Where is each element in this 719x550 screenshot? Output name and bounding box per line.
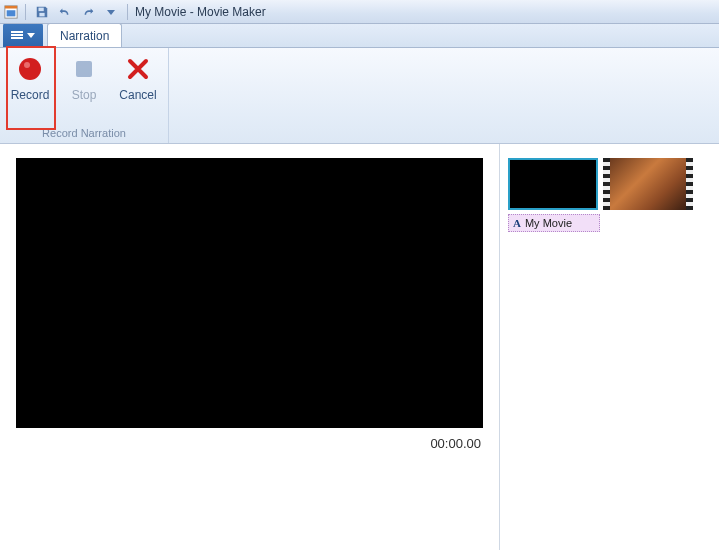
app-icon: [4, 5, 18, 19]
button-label: Cancel: [119, 88, 156, 102]
storyboard-pane: A My Movie: [500, 144, 719, 550]
text-icon: A: [513, 217, 521, 229]
cancel-icon: [123, 54, 153, 84]
undo-button[interactable]: [56, 3, 74, 21]
record-button[interactable]: Record: [8, 54, 52, 127]
ribbon-group-label: Record Narration: [8, 127, 160, 143]
svg-rect-7: [76, 61, 92, 77]
button-label: Record: [11, 88, 50, 102]
record-icon: [15, 54, 45, 84]
preview-pane: 00:00.00: [0, 144, 500, 550]
separator: [127, 4, 128, 20]
window-title: My Movie - Movie Maker: [131, 5, 266, 19]
menu-icon: [11, 31, 23, 39]
time-display: 00:00.00: [16, 428, 483, 451]
ribbon-group-record-narration: Record Stop Cancel Record Narration: [0, 48, 169, 143]
svg-rect-3: [39, 7, 44, 11]
qat-customize-dropdown[interactable]: [102, 3, 120, 21]
file-menu-button[interactable]: [3, 23, 43, 47]
cancel-button[interactable]: Cancel: [116, 54, 160, 127]
clip-row: [508, 158, 711, 210]
title-clip[interactable]: A My Movie: [508, 214, 600, 232]
clip-thumbnail-video[interactable]: [603, 158, 693, 210]
save-button[interactable]: [33, 3, 51, 21]
workspace: 00:00.00 A My Movie: [0, 144, 719, 550]
stop-button: Stop: [62, 54, 106, 127]
redo-button[interactable]: [79, 3, 97, 21]
svg-rect-2: [7, 10, 16, 16]
svg-rect-4: [39, 12, 44, 16]
separator: [25, 4, 26, 20]
stop-icon: [69, 54, 99, 84]
tab-label: Narration: [60, 29, 109, 43]
svg-rect-1: [5, 5, 17, 8]
clip-thumbnail-black[interactable]: [508, 158, 598, 210]
tab-narration[interactable]: Narration: [47, 23, 122, 47]
svg-point-5: [19, 58, 41, 80]
title-clip-label: My Movie: [525, 217, 572, 229]
svg-point-6: [24, 62, 30, 68]
quick-access-toolbar: [29, 3, 124, 21]
ribbon-buttons: Record Stop Cancel: [8, 50, 160, 127]
tab-strip: Narration: [0, 24, 719, 48]
title-bar: My Movie - Movie Maker: [0, 0, 719, 24]
chevron-down-icon: [27, 31, 35, 39]
button-label: Stop: [72, 88, 97, 102]
video-preview[interactable]: [16, 158, 483, 428]
ribbon: Record Stop Cancel Record Narration: [0, 48, 719, 144]
